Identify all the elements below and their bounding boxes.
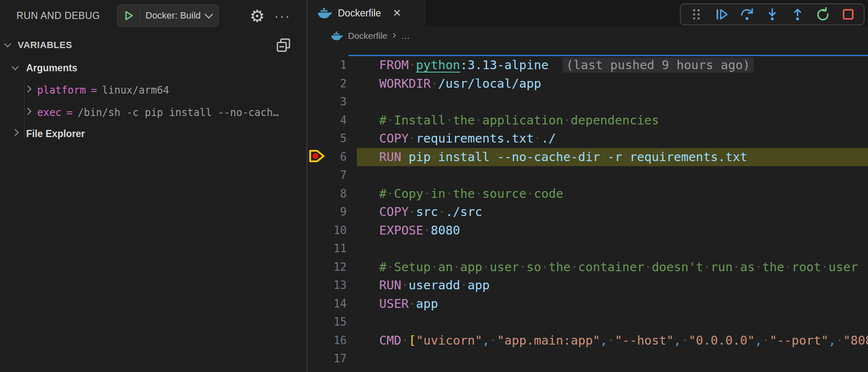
gutter[interactable]: 15 — [307, 313, 357, 332]
line-content[interactable]: FROM·python:3.13-alpine (last pushed 9 h… — [357, 56, 868, 75]
gutter[interactable]: 16 — [307, 332, 357, 350]
step-into-button[interactable] — [763, 5, 782, 24]
token-link[interactable]: python — [416, 58, 460, 72]
code-line-6[interactable]: 6RUN·pip·install·--no-cache-dir·-r·requi… — [307, 148, 868, 167]
token-str: "--port" — [769, 333, 828, 348]
code-editor[interactable]: 1FROM·python:3.13-alpine (last pushed 9 … — [307, 56, 868, 372]
code-line-8[interactable]: 8#·Copy·in·the·source·code — [307, 185, 868, 203]
code-line-5[interactable]: 5COPY·requirements.txt·./ — [307, 129, 868, 148]
line-content[interactable]: RUN·useradd·app — [357, 276, 868, 295]
variable-value: /bin/sh -c pip install --no-cach… — [78, 107, 279, 119]
gutter[interactable]: 17 — [307, 350, 357, 368]
token-kw: EXPOSE — [379, 223, 423, 237]
gutter[interactable]: 10 — [307, 221, 357, 240]
gutter[interactable]: 6 — [307, 148, 357, 167]
sidebar-title: RUN AND DEBUG — [16, 10, 100, 22]
gutter[interactable]: 18 — [307, 368, 357, 372]
token-comment: # — [379, 186, 386, 201]
line-content[interactable]: COPY·src·./src — [357, 203, 868, 221]
gear-icon[interactable]: ⚙ — [248, 7, 267, 25]
play-icon[interactable] — [122, 9, 135, 22]
token-pun: , — [482, 333, 489, 348]
line-content[interactable]: WORKDIR·/usr/local/app — [357, 75, 868, 93]
code-line-9[interactable]: 9COPY·src·./src — [307, 203, 868, 221]
line-content[interactable]: RUN·pip·install·--no-cache-dir·-r·requir… — [357, 148, 868, 167]
tab-dockerfile[interactable]: Dockerfile ✕ — [307, 0, 426, 26]
token-comment: the — [453, 113, 475, 127]
step-out-button[interactable] — [788, 5, 807, 24]
drag-handle-icon[interactable] — [687, 5, 706, 24]
gutter[interactable]: 5 — [307, 129, 357, 148]
code-line-18[interactable]: 18 — [307, 368, 868, 372]
token-str: "0.0.0.0" — [688, 333, 755, 348]
code-line-3[interactable]: 3 — [307, 93, 868, 111]
code-line-10[interactable]: 10EXPOSE·8080 — [307, 221, 868, 240]
code-line-4[interactable]: 4#·Install·the·application·dependencies — [307, 111, 868, 130]
stop-button[interactable] — [838, 5, 858, 24]
code-line-14[interactable]: 14USER·app — [307, 295, 868, 313]
line-content[interactable]: #·Copy·in·the·source·code — [357, 185, 868, 203]
gutter[interactable]: 11 — [307, 240, 357, 258]
gutter[interactable]: 1 — [307, 56, 357, 75]
chevron-right-icon[interactable] — [24, 86, 32, 93]
token-comment: the — [762, 260, 784, 274]
ellipsis-icon[interactable]: ··· — [272, 7, 293, 25]
line-number: 16 — [307, 332, 357, 350]
code-line-12[interactable]: 12#·Setup·an·app·user·so·the·container·d… — [307, 258, 868, 277]
code-line-17[interactable]: 17 — [307, 350, 868, 368]
code-line-15[interactable]: 15 — [307, 313, 868, 332]
variable-row-platform[interactable]: platform = linux/arm64 — [0, 80, 307, 100]
token-kw: COPY — [379, 131, 409, 146]
restart-button[interactable] — [813, 5, 833, 24]
line-number: 10 — [307, 221, 357, 240]
code-line-7[interactable]: 7 — [307, 166, 868, 185]
chevron-right-icon[interactable] — [24, 108, 32, 115]
gutter[interactable]: 3 — [307, 93, 357, 111]
gutter[interactable]: 8 — [307, 185, 357, 203]
line-number: 12 — [307, 258, 357, 277]
line-content[interactable]: COPY·requirements.txt·./ — [357, 129, 868, 148]
code-line-11[interactable]: 11 — [307, 240, 868, 258]
breadcrumb-item-more[interactable]: … — [401, 31, 410, 41]
code-line-13[interactable]: 13RUN·useradd·app — [307, 276, 868, 295]
token-blue: app — [416, 297, 438, 311]
gutter[interactable]: 13 — [307, 276, 357, 295]
vscode-debug-window: { "sidebar": { "title": "RUN AND DEBUG",… — [0, 0, 868, 372]
line-content[interactable]: EXPOSE·8080 — [357, 221, 868, 240]
step-over-button[interactable] — [737, 5, 757, 24]
token-comment: dependencies — [571, 113, 659, 127]
breadcrumb-item-file[interactable]: Dockerfile — [348, 31, 387, 41]
gutter[interactable]: 2 — [307, 75, 357, 93]
code-line-16[interactable]: 16CMD·["uvicorn",·"app.main:app",·"--hos… — [307, 332, 868, 350]
token-hint: (last pushed 9 hours ago) — [563, 57, 754, 73]
token-comment: user — [828, 260, 858, 274]
line-content[interactable]: CMD·["uvicorn",·"app.main:app",·"--host"… — [357, 332, 868, 350]
scope-file-explorer[interactable]: File Explorer — [0, 125, 307, 143]
chevron-down-icon[interactable] — [12, 63, 19, 70]
gutter[interactable]: 14 — [307, 295, 357, 313]
continue-button[interactable] — [712, 5, 731, 24]
scope-arguments[interactable]: Arguments — [0, 59, 307, 77]
gutter[interactable]: 12 — [307, 258, 357, 277]
collapse-all-icon[interactable] — [275, 37, 292, 53]
line-content[interactable]: #·Install·the·application·dependencies — [357, 111, 868, 130]
line-number: 1 — [307, 56, 357, 75]
code-line-2[interactable]: 2WORKDIR·/usr/local/app — [307, 75, 868, 93]
close-icon[interactable]: ✕ — [393, 7, 401, 19]
gutter[interactable]: 9 — [307, 203, 357, 221]
chevron-down-icon[interactable] — [4, 40, 11, 48]
gutter[interactable]: 4 — [307, 111, 357, 130]
token-brk: [ — [409, 333, 416, 348]
variables-section-header[interactable]: VARIABLES — [0, 36, 307, 54]
gutter[interactable]: 7 — [307, 166, 357, 185]
line-content[interactable]: #·Setup·an·app·user·so·the·container·doe… — [357, 258, 868, 277]
launch-config-dropdown[interactable]: Docker: Build — [117, 4, 219, 27]
breakpoint-current-line-icon[interactable] — [308, 148, 326, 165]
token-comment: the — [453, 186, 475, 201]
chevron-right-icon[interactable] — [12, 129, 19, 136]
line-content[interactable]: USER·app — [357, 295, 868, 313]
line-number: 17 — [307, 350, 357, 368]
code-line-1[interactable]: 1FROM·python:3.13-alpine (last pushed 9 … — [307, 56, 868, 75]
variable-row-exec[interactable]: exec = /bin/sh -c pip install --no-cach… — [0, 102, 307, 123]
token-comment: user — [490, 260, 519, 274]
